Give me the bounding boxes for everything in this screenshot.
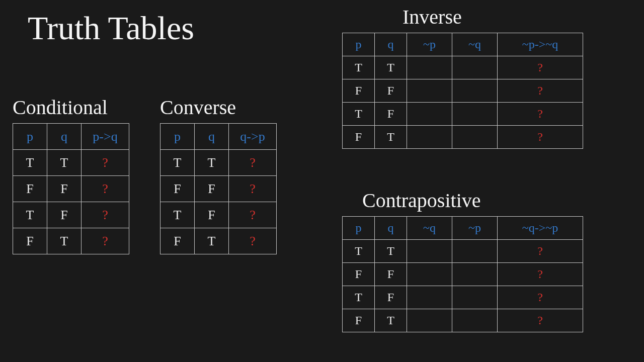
cell-unknown: ? [82, 176, 129, 202]
cell-unknown: ? [82, 202, 129, 228]
table-row: TF? [13, 202, 129, 228]
cell: F [13, 228, 47, 254]
cell: T [375, 240, 407, 263]
cell: T [343, 286, 375, 309]
cell: F [47, 202, 82, 228]
cell [407, 103, 452, 126]
table-row: FF? [343, 79, 583, 103]
cell: F [343, 126, 375, 149]
table-row: FT? [13, 228, 129, 254]
cell [407, 309, 452, 332]
table-row: FT? [160, 228, 277, 254]
cell [407, 263, 452, 286]
cell-unknown: ? [498, 240, 583, 263]
contrapositive-section: Contrapositive p q ~q ~p ~q->~p TT? FF? … [342, 189, 583, 332]
cell: T [195, 150, 229, 176]
conditional-table: p q p->q TT? FF? TF? FT? [13, 123, 129, 254]
cell: T [47, 150, 82, 176]
cell: T [13, 202, 47, 228]
cell-unknown: ? [498, 263, 583, 286]
contrapositive-table: p q ~q ~p ~q->~p TT? FF? TF? FT? [342, 216, 583, 332]
table-row: FT? [343, 126, 583, 149]
cell [407, 79, 452, 103]
cell: T [195, 228, 229, 254]
table-header-row: p q p->q [13, 124, 129, 150]
inverse-table: p q ~p ~q ~p->~q TT? FF? TF? FT? [342, 33, 583, 149]
cell: T [343, 240, 375, 263]
cell-unknown: ? [498, 126, 583, 149]
table-row: FF? [343, 263, 583, 286]
converse-title: Converse [160, 96, 277, 119]
col-result: ~p->~q [498, 33, 583, 56]
page-title: Truth Tables [28, 9, 194, 47]
col-notq: ~q [452, 33, 498, 56]
col-notp: ~p [452, 217, 498, 240]
table-row: TT? [160, 150, 277, 176]
cell-unknown: ? [229, 150, 277, 176]
cell [452, 126, 498, 149]
col-p: p [343, 217, 375, 240]
cell: F [343, 263, 375, 286]
cell [407, 240, 452, 263]
cell: F [343, 79, 375, 103]
inverse-section: Inverse p q ~p ~q ~p->~q TT? FF? TF? FT? [342, 5, 583, 149]
cell: T [375, 126, 407, 149]
col-notq: ~q [407, 217, 452, 240]
cell-unknown: ? [498, 79, 583, 103]
cell-unknown: ? [498, 309, 583, 332]
cell-unknown: ? [498, 56, 583, 79]
cell [452, 309, 498, 332]
cell [452, 263, 498, 286]
cell [452, 286, 498, 309]
cell: F [343, 309, 375, 332]
cell [407, 286, 452, 309]
table-header-row: p q q->p [160, 124, 277, 150]
cell: T [343, 56, 375, 79]
table-row: TF? [160, 202, 277, 228]
cell [407, 56, 452, 79]
cell-unknown: ? [82, 228, 129, 254]
cell: T [160, 202, 195, 228]
conditional-section: Conditional p q p->q TT? FF? TF? FT? [13, 96, 129, 254]
cell: T [343, 103, 375, 126]
table-header-row: p q ~q ~p ~q->~p [343, 217, 583, 240]
converse-table: p q q->p TT? FF? TF? FT? [160, 123, 277, 254]
converse-section: Converse p q q->p TT? FF? TF? FT? [160, 96, 277, 254]
table-row: TF? [343, 286, 583, 309]
col-q: q [195, 124, 229, 150]
col-p: p [13, 124, 47, 150]
cell [452, 103, 498, 126]
cell-unknown: ? [229, 228, 277, 254]
table-row: FF? [13, 176, 129, 202]
col-notp: ~p [407, 33, 452, 56]
table-header-row: p q ~p ~q ~p->~q [343, 33, 583, 56]
col-q: q [47, 124, 82, 150]
cell: F [375, 79, 407, 103]
cell: F [160, 228, 195, 254]
col-p: p [343, 33, 375, 56]
cell: T [375, 56, 407, 79]
cell-unknown: ? [229, 176, 277, 202]
conditional-title: Conditional [13, 96, 129, 119]
cell [452, 240, 498, 263]
cell: F [47, 176, 82, 202]
cell: F [195, 202, 229, 228]
cell [407, 126, 452, 149]
col-result: ~q->~p [498, 217, 583, 240]
cell: F [160, 176, 195, 202]
col-p: p [160, 124, 195, 150]
table-row: TT? [343, 56, 583, 79]
inverse-title: Inverse [342, 5, 583, 29]
cell-unknown: ? [498, 286, 583, 309]
cell: T [160, 150, 195, 176]
table-row: FF? [160, 176, 277, 202]
cell: F [13, 176, 47, 202]
cell: F [195, 176, 229, 202]
cell: F [375, 286, 407, 309]
col-q: q [375, 217, 407, 240]
cell: F [375, 263, 407, 286]
table-row: TT? [343, 240, 583, 263]
cell-unknown: ? [229, 202, 277, 228]
col-result: p->q [82, 124, 129, 150]
contrapositive-title: Contrapositive [342, 189, 583, 212]
